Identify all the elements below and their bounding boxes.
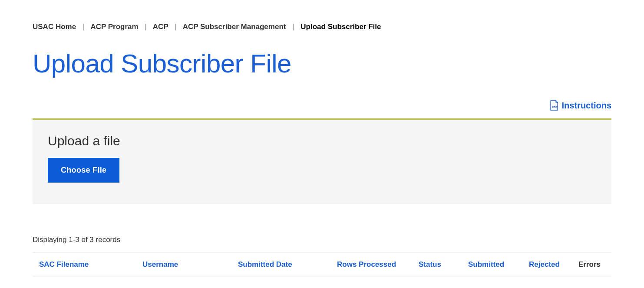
- column-header-submitted[interactable]: Submitted: [468, 260, 529, 269]
- breadcrumb-separator: |: [145, 23, 146, 31]
- upload-section: Upload a file Choose File: [33, 118, 611, 204]
- breadcrumb-link-acp[interactable]: ACP: [153, 23, 168, 31]
- breadcrumb: USAC Home | ACP Program | ACP | ACP Subs…: [33, 23, 611, 31]
- page-title: Upload Subscriber File: [33, 49, 611, 79]
- column-header-rows-processed[interactable]: Rows Processed: [337, 260, 419, 269]
- breadcrumb-link-usac-home[interactable]: USAC Home: [33, 23, 76, 31]
- breadcrumb-separator: |: [292, 23, 294, 31]
- column-header-submitted-date[interactable]: Submitted Date: [238, 260, 337, 269]
- records-count: Displaying 1-3 of 3 records: [33, 236, 611, 244]
- pdf-icon: PDF: [550, 100, 558, 111]
- column-header-rejected[interactable]: Rejected: [529, 260, 578, 269]
- column-header-username[interactable]: Username: [142, 260, 238, 269]
- upload-heading: Upload a file: [48, 134, 596, 148]
- breadcrumb-link-acp-program[interactable]: ACP Program: [90, 23, 138, 31]
- table-header: SAC Filename Username Submitted Date Row…: [33, 252, 611, 277]
- svg-text:PDF: PDF: [552, 106, 557, 108]
- breadcrumb-separator: |: [175, 23, 176, 31]
- instructions-link[interactable]: PDF Instructions: [550, 100, 611, 111]
- column-header-errors: Errors: [578, 260, 604, 269]
- column-header-status[interactable]: Status: [419, 260, 468, 269]
- breadcrumb-separator: |: [83, 23, 84, 31]
- breadcrumb-link-acp-subscriber-management[interactable]: ACP Subscriber Management: [183, 23, 286, 31]
- instructions-label: Instructions: [562, 101, 611, 111]
- breadcrumb-current: Upload Subscriber File: [301, 23, 381, 31]
- choose-file-button[interactable]: Choose File: [48, 158, 119, 183]
- column-header-sac-filename[interactable]: SAC Filename: [39, 260, 142, 269]
